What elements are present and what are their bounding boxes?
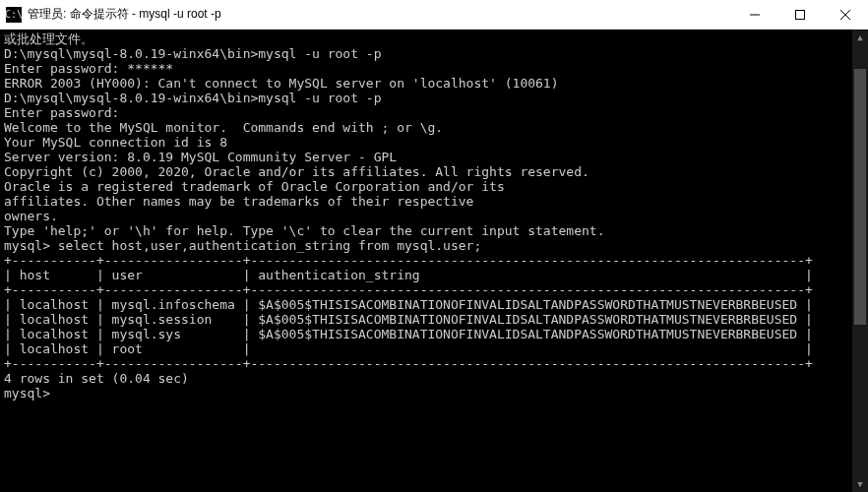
terminal-line: D:\mysql\mysql-8.0.19-winx64\bin>mysql -… — [4, 46, 864, 61]
minimize-icon — [750, 10, 760, 20]
svg-rect-1 — [796, 10, 805, 19]
table-header: | host | user | authentication_string | — [4, 268, 864, 282]
terminal-line: 4 rows in set (0.04 sec) — [4, 371, 864, 386]
terminal-line: Type 'help;' or '\h' for help. Type '\c'… — [4, 223, 864, 238]
terminal-output[interactable]: 或批处理文件。D:\mysql\mysql-8.0.19-winx64\bin>… — [0, 30, 868, 492]
terminal-line: 或批处理文件。 — [4, 31, 864, 46]
scroll-up-arrow-icon[interactable]: ▲ — [852, 30, 868, 45]
terminal-line: mysql> — [4, 386, 864, 400]
table-divider: +-----------+------------------+--------… — [4, 356, 864, 371]
table-divider: +-----------+------------------+--------… — [4, 282, 864, 297]
maximize-button[interactable] — [777, 0, 823, 29]
terminal-line: ERROR 2003 (HY000): Can't connect to MyS… — [4, 76, 864, 91]
window-controls — [732, 0, 868, 29]
minimize-button[interactable] — [732, 0, 777, 29]
cmd-icon: C:\ — [6, 7, 22, 23]
terminal-line: affiliates. Other names may be trademark… — [4, 194, 864, 209]
scrollbar-thumb[interactable] — [854, 69, 866, 325]
terminal-line: Enter password: ****** — [4, 61, 864, 76]
terminal-line: Copyright (c) 2000, 2020, Oracle and/or … — [4, 164, 864, 179]
window-title: 管理员: 命令提示符 - mysql -u root -p — [28, 6, 221, 23]
table-row: | localhost | root | | — [4, 341, 864, 356]
close-button[interactable] — [823, 0, 868, 29]
terminal-line: Your MySQL connection id is 8 — [4, 135, 864, 150]
terminal-line: D:\mysql\mysql-8.0.19-winx64\bin>mysql -… — [4, 91, 864, 105]
terminal-line: owners. — [4, 209, 864, 223]
scroll-down-arrow-icon[interactable]: ▼ — [852, 476, 868, 492]
vertical-scrollbar[interactable]: ▲ ▼ — [852, 30, 868, 492]
table-row: | localhost | mysql.infoschema | $A$005$… — [4, 297, 864, 312]
terminal-line: Server version: 8.0.19 MySQL Community S… — [4, 150, 864, 164]
table-row: | localhost | mysql.session | $A$005$THI… — [4, 312, 864, 327]
table-row: | localhost | mysql.sys | $A$005$THISISA… — [4, 327, 864, 341]
terminal-line: Oracle is a registered trademark of Orac… — [4, 179, 864, 194]
terminal-line: Enter password: — [4, 105, 864, 120]
terminal-line: mysql> select host,user,authentication_s… — [4, 238, 864, 253]
titlebar[interactable]: C:\ 管理员: 命令提示符 - mysql -u root -p — [0, 0, 868, 30]
maximize-icon — [795, 10, 805, 20]
close-icon — [840, 10, 850, 20]
terminal-line: Welcome to the MySQL monitor. Commands e… — [4, 120, 864, 135]
table-divider: +-----------+------------------+--------… — [4, 253, 864, 268]
